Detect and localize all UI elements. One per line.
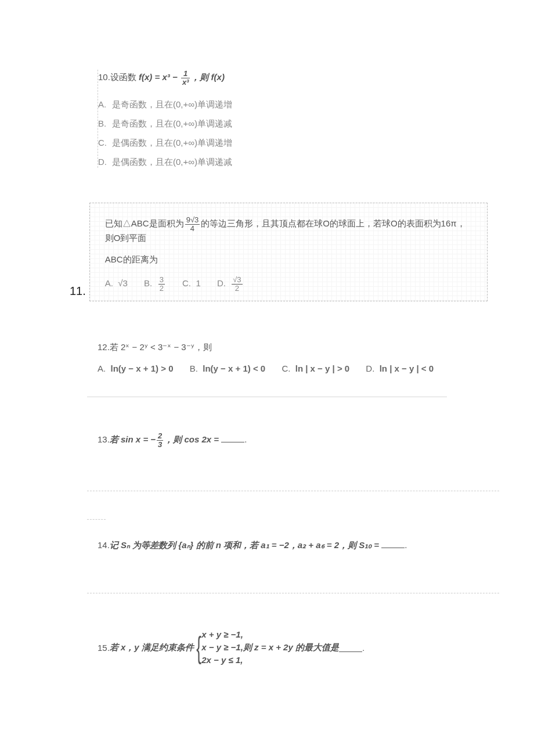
q15-c3: 2x − y ≤ 1, [201, 654, 243, 667]
q11-frac1: 9√34 [185, 216, 200, 233]
q15-text-a: 若 x，y 满足约束条件 [110, 642, 194, 653]
q11-optB-den: 2 [158, 285, 165, 293]
opt-letter: B. [144, 278, 152, 288]
q11-number: 11. [70, 285, 86, 301]
q11-optD-frac: √32 [232, 276, 242, 293]
page: 10.设函数 f(x) = x³ − 1x³，则 f(x) A.是奇函数，且在(… [0, 0, 534, 713]
q11-line1a: 已知△ABC是面积为 [105, 218, 184, 228]
q13-frac-num: 2 [157, 432, 163, 441]
q10-optA-text: 是奇函数，且在(0,+∞)单调递增 [112, 99, 232, 109]
question-14: 14.记 Sₙ 为等差数列 {aₙ} 的前 n 项和，若 a₁ = −2，a₂ … [98, 539, 492, 572]
q10-stem: 10.设函数 f(x) = x³ − 1x³，则 f(x) [98, 70, 423, 87]
opt-letter: A. [98, 99, 112, 109]
opt-letter: C. [182, 278, 191, 288]
divider [87, 397, 447, 397]
q10-optD-text: 是偶函数，且在(0,+∞)单调递减 [112, 157, 232, 167]
q12-optB: B. ln(y − x + 1) < 0 [190, 363, 266, 373]
q11-line2: ABC的距离为 [105, 254, 472, 265]
q10-number: 10. [98, 72, 110, 82]
q15-brace: { x + y ≥ −1, x − y ≥ −1, 2x − y ≤ 1, [194, 628, 243, 667]
opt-letter: D. [366, 363, 374, 373]
question-13: 13.若 sin x = −23，则 cos 2x = . [98, 432, 492, 470]
q14-text-a: 记 Sₙ 为等差数列 {aₙ} 的前 n 项和，若 a₁ = −2，a₂ + a… [110, 540, 381, 550]
q11-optC-val: 1 [196, 278, 200, 288]
question-10: 10.设函数 f(x) = x³ − 1x³，则 f(x) A.是奇函数，且在(… [98, 70, 423, 168]
opt-letter: C. [282, 363, 290, 373]
q11-optC: C. 1 [182, 278, 201, 288]
q13-frac-den: 3 [157, 441, 163, 449]
q10-stem-prefix: 设函数 [110, 72, 139, 82]
q15-tail: . [362, 643, 365, 653]
opt-letter: B. [190, 363, 198, 373]
q10-option-C: C.是偶函数，且在(0,+∞)单调递增 [98, 138, 423, 149]
q10-frac: 1x³ [181, 70, 190, 87]
q11-optB: B. 32 [144, 278, 166, 288]
q13-text-b: ，则 cos 2x = [164, 434, 221, 444]
q12-number: 12. [98, 342, 110, 352]
q15-c2: x − y ≥ −1, [201, 641, 243, 654]
q15-c1: x + y ≥ −1, [201, 628, 243, 641]
q10-optB-text: 是奇函数，且在(0,+∞)单调递减 [112, 118, 232, 128]
q15-number: 15. [98, 643, 110, 653]
q12-optD: D. ln | x − y | < 0 [366, 363, 434, 373]
q11-optB-frac: 32 [158, 276, 165, 293]
q13-frac: 23 [157, 432, 163, 449]
divider-dashed [87, 593, 499, 593]
q11-frac1-den: 4 [185, 225, 200, 233]
q11-box: 已知△ABC是面积为9√34的等边三角形，且其顶点都在球O的球面上，若球O的表面… [89, 203, 488, 301]
q13-number: 13. [98, 434, 110, 444]
q15-blank [339, 643, 362, 652]
q12-stem: 12.若 2ˣ − 2ʸ < 3⁻ˣ − 3⁻ʸ，则 [98, 342, 492, 353]
question-11: 11. 已知△ABC是面积为9√34的等边三角形，且其顶点都在球O的球面上，若球… [70, 203, 488, 301]
question-15: 15.若 x，y 满足约束条件 { x + y ≥ −1, x − y ≥ −1… [98, 628, 492, 667]
q10-option-D: D.是偶函数，且在(0,+∞)单调递减 [98, 157, 423, 168]
q14-number: 14. [98, 540, 110, 550]
q10-frac-den: x³ [181, 78, 190, 87]
q10-optC-text: 是偶函数，且在(0,+∞)单调递增 [112, 138, 232, 147]
q11-options: A. √3 B. 32 C. 1 D. √32 [105, 276, 472, 293]
q10-option-B: B.是奇函数，且在(0,+∞)单调递减 [98, 118, 423, 129]
q13-blank [221, 434, 244, 442]
divider-dashed [87, 491, 499, 491]
opt-letter: D. [217, 278, 226, 288]
q14-thumb [87, 512, 106, 520]
q12-optA-text: ln(y − x + 1) > 0 [111, 363, 174, 373]
opt-letter: C. [98, 138, 112, 147]
opt-letter: D. [98, 157, 112, 167]
q13-tail: . [244, 434, 247, 444]
q11-optD-den: 2 [232, 285, 242, 293]
q12-options: A. ln(y − x + 1) > 0 B. ln(y − x + 1) < … [98, 363, 492, 373]
q11-optB-num: 3 [158, 276, 165, 285]
opt-letter: A. [105, 278, 113, 288]
q11-frac1-num: 9√3 [185, 216, 200, 225]
q10-stem-suffix: ，则 f(x) [191, 72, 225, 82]
opt-letter: A. [98, 363, 106, 373]
q15-constraints: x + y ≥ −1, x − y ≥ −1, 2x − y ≤ 1, [201, 628, 243, 667]
q10-frac-num: 1 [181, 70, 190, 78]
q11-line1: 已知△ABC是面积为9√34的等边三角形，且其顶点都在球O的球面上，若球O的表面… [105, 216, 472, 244]
q12-optA: A. ln(y − x + 1) > 0 [98, 363, 174, 373]
q12-stem-text: 若 2ˣ − 2ʸ < 3⁻ˣ − 3⁻ʸ，则 [110, 342, 212, 352]
q15-text-b: 则 z = x + 2y 的最大值是 [243, 642, 339, 653]
q11-optD-num: √3 [232, 276, 242, 285]
q11-optA-val: √3 [118, 278, 128, 288]
q13-text-a: 若 sin x = − [110, 434, 156, 444]
opt-letter: B. [98, 118, 112, 128]
q14-blank [381, 539, 405, 548]
q12-optD-text: ln | x − y | < 0 [380, 363, 434, 373]
q12-optC-text: ln | x − y | > 0 [295, 363, 349, 373]
question-12: 12.若 2ˣ − 2ʸ < 3⁻ˣ − 3⁻ʸ，则 A. ln(y − x +… [98, 342, 492, 397]
q11-optD: D. √32 [217, 278, 244, 288]
q12-optB-text: ln(y − x + 1) < 0 [203, 363, 265, 373]
left-brace-icon: { [196, 632, 201, 663]
q14-tail: . [405, 540, 407, 550]
q10-func: f(x) = x³ − [139, 72, 180, 82]
q11-optA: A. √3 [105, 278, 128, 288]
q10-option-A: A.是奇函数，且在(0,+∞)单调递增 [98, 99, 423, 110]
q12-optC: C. ln | x − y | > 0 [282, 363, 349, 373]
